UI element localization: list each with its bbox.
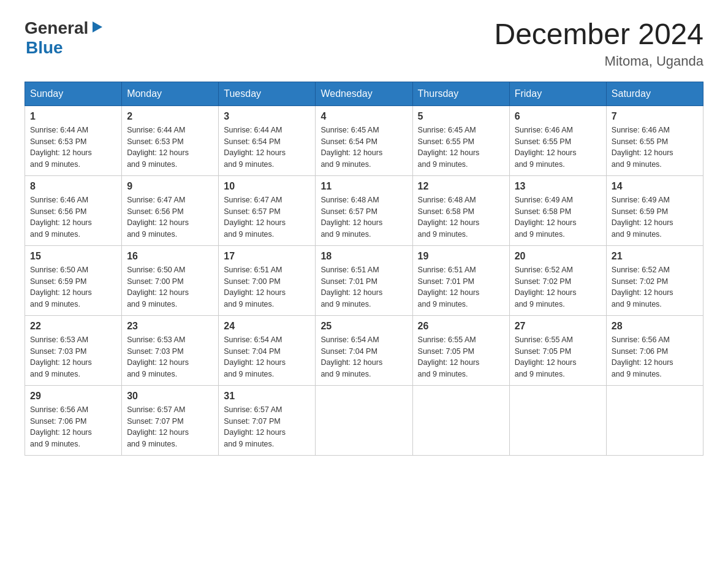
logo-arrow-icon bbox=[90, 20, 104, 36]
calendar-cell bbox=[412, 385, 509, 455]
day-info: Sunrise: 6:52 AM Sunset: 7:02 PM Dayligh… bbox=[612, 266, 673, 308]
calendar-cell: 12 Sunrise: 6:48 AM Sunset: 6:58 PM Dayl… bbox=[412, 175, 509, 245]
svg-marker-0 bbox=[93, 21, 102, 33]
day-number: 11 bbox=[320, 181, 407, 192]
calendar-cell: 29 Sunrise: 6:56 AM Sunset: 7:06 PM Dayl… bbox=[25, 385, 122, 455]
day-info: Sunrise: 6:51 AM Sunset: 7:01 PM Dayligh… bbox=[320, 266, 382, 308]
day-info: Sunrise: 6:56 AM Sunset: 7:06 PM Dayligh… bbox=[612, 335, 673, 378]
day-info: Sunrise: 6:53 AM Sunset: 7:03 PM Dayligh… bbox=[30, 335, 92, 378]
calendar-cell: 30 Sunrise: 6:57 AM Sunset: 7:07 PM Dayl… bbox=[122, 385, 219, 455]
calendar-cell: 28 Sunrise: 6:56 AM Sunset: 7:06 PM Dayl… bbox=[606, 315, 703, 385]
day-header-saturday: Saturday bbox=[606, 82, 703, 105]
title-block: December 2024 Mitoma, Uganda bbox=[494, 18, 703, 69]
day-number: 5 bbox=[418, 111, 504, 122]
day-info: Sunrise: 6:54 AM Sunset: 7:04 PM Dayligh… bbox=[224, 335, 286, 378]
day-info: Sunrise: 6:49 AM Sunset: 6:59 PM Dayligh… bbox=[612, 196, 673, 239]
day-info: Sunrise: 6:50 AM Sunset: 6:59 PM Dayligh… bbox=[30, 266, 92, 308]
calendar-cell: 19 Sunrise: 6:51 AM Sunset: 7:01 PM Dayl… bbox=[412, 245, 509, 315]
day-info: Sunrise: 6:57 AM Sunset: 7:07 PM Dayligh… bbox=[127, 405, 189, 448]
day-number: 12 bbox=[418, 181, 504, 192]
calendar-cell: 18 Sunrise: 6:51 AM Sunset: 7:01 PM Dayl… bbox=[316, 245, 412, 315]
day-info: Sunrise: 6:44 AM Sunset: 6:54 PM Dayligh… bbox=[224, 126, 286, 169]
day-number: 8 bbox=[30, 181, 116, 192]
day-number: 28 bbox=[612, 321, 698, 332]
calendar-cell: 10 Sunrise: 6:47 AM Sunset: 6:57 PM Dayl… bbox=[219, 175, 316, 245]
day-number: 7 bbox=[612, 111, 698, 122]
day-info: Sunrise: 6:53 AM Sunset: 7:03 PM Dayligh… bbox=[127, 335, 189, 378]
day-info: Sunrise: 6:44 AM Sunset: 6:53 PM Dayligh… bbox=[30, 126, 92, 169]
day-info: Sunrise: 6:55 AM Sunset: 7:05 PM Dayligh… bbox=[515, 335, 577, 378]
day-number: 21 bbox=[612, 251, 698, 262]
calendar-cell: 9 Sunrise: 6:47 AM Sunset: 6:56 PM Dayli… bbox=[122, 175, 219, 245]
month-title: December 2024 bbox=[494, 18, 703, 51]
calendar-cell bbox=[509, 385, 606, 455]
day-number: 29 bbox=[30, 391, 116, 402]
day-info: Sunrise: 6:46 AM Sunset: 6:55 PM Dayligh… bbox=[612, 126, 673, 169]
day-number: 10 bbox=[224, 181, 310, 192]
day-number: 14 bbox=[612, 181, 698, 192]
week-row-5: 29 Sunrise: 6:56 AM Sunset: 7:06 PM Dayl… bbox=[25, 385, 703, 455]
day-info: Sunrise: 6:57 AM Sunset: 7:07 PM Dayligh… bbox=[224, 405, 286, 448]
calendar-cell: 4 Sunrise: 6:45 AM Sunset: 6:54 PM Dayli… bbox=[316, 105, 412, 175]
calendar-cell: 2 Sunrise: 6:44 AM Sunset: 6:53 PM Dayli… bbox=[122, 105, 219, 175]
calendar-cell: 13 Sunrise: 6:49 AM Sunset: 6:58 PM Dayl… bbox=[509, 175, 606, 245]
calendar-cell: 22 Sunrise: 6:53 AM Sunset: 7:03 PM Dayl… bbox=[25, 315, 122, 385]
calendar-cell: 14 Sunrise: 6:49 AM Sunset: 6:59 PM Dayl… bbox=[606, 175, 703, 245]
day-info: Sunrise: 6:45 AM Sunset: 6:55 PM Dayligh… bbox=[418, 126, 480, 169]
day-header-sunday: Sunday bbox=[25, 82, 122, 105]
calendar-cell: 15 Sunrise: 6:50 AM Sunset: 6:59 PM Dayl… bbox=[25, 245, 122, 315]
logo-general-text: General bbox=[25, 18, 88, 38]
calendar-cell: 31 Sunrise: 6:57 AM Sunset: 7:07 PM Dayl… bbox=[219, 385, 316, 455]
day-number: 27 bbox=[515, 321, 601, 332]
day-number: 23 bbox=[127, 321, 213, 332]
day-number: 16 bbox=[127, 251, 213, 262]
day-number: 6 bbox=[515, 111, 601, 122]
day-number: 13 bbox=[515, 181, 601, 192]
calendar-cell bbox=[316, 385, 412, 455]
day-info: Sunrise: 6:46 AM Sunset: 6:55 PM Dayligh… bbox=[515, 126, 577, 169]
week-row-2: 8 Sunrise: 6:46 AM Sunset: 6:56 PM Dayli… bbox=[25, 175, 703, 245]
calendar-cell: 16 Sunrise: 6:50 AM Sunset: 7:00 PM Dayl… bbox=[122, 245, 219, 315]
day-number: 26 bbox=[418, 321, 504, 332]
day-header-tuesday: Tuesday bbox=[219, 82, 316, 105]
day-header-monday: Monday bbox=[122, 82, 219, 105]
day-header-thursday: Thursday bbox=[412, 82, 509, 105]
day-info: Sunrise: 6:55 AM Sunset: 7:05 PM Dayligh… bbox=[418, 335, 480, 378]
calendar-cell: 20 Sunrise: 6:52 AM Sunset: 7:02 PM Dayl… bbox=[509, 245, 606, 315]
day-number: 22 bbox=[30, 321, 116, 332]
day-info: Sunrise: 6:56 AM Sunset: 7:06 PM Dayligh… bbox=[30, 405, 92, 448]
day-number: 18 bbox=[320, 251, 407, 262]
day-info: Sunrise: 6:51 AM Sunset: 7:00 PM Dayligh… bbox=[224, 266, 286, 308]
day-number: 24 bbox=[224, 321, 310, 332]
calendar-cell: 5 Sunrise: 6:45 AM Sunset: 6:55 PM Dayli… bbox=[412, 105, 509, 175]
calendar-cell: 26 Sunrise: 6:55 AM Sunset: 7:05 PM Dayl… bbox=[412, 315, 509, 385]
page-header: General Blue December 2024 Mitoma, Ugand… bbox=[25, 18, 703, 69]
day-info: Sunrise: 6:54 AM Sunset: 7:04 PM Dayligh… bbox=[320, 335, 382, 378]
day-info: Sunrise: 6:45 AM Sunset: 6:54 PM Dayligh… bbox=[320, 126, 382, 169]
calendar-cell: 27 Sunrise: 6:55 AM Sunset: 7:05 PM Dayl… bbox=[509, 315, 606, 385]
day-number: 17 bbox=[224, 251, 310, 262]
day-number: 30 bbox=[127, 391, 213, 402]
calendar-cell: 7 Sunrise: 6:46 AM Sunset: 6:55 PM Dayli… bbox=[606, 105, 703, 175]
week-row-4: 22 Sunrise: 6:53 AM Sunset: 7:03 PM Dayl… bbox=[25, 315, 703, 385]
calendar-cell: 17 Sunrise: 6:51 AM Sunset: 7:00 PM Dayl… bbox=[219, 245, 316, 315]
day-info: Sunrise: 6:48 AM Sunset: 6:57 PM Dayligh… bbox=[320, 196, 382, 239]
week-row-3: 15 Sunrise: 6:50 AM Sunset: 6:59 PM Dayl… bbox=[25, 245, 703, 315]
day-header-friday: Friday bbox=[509, 82, 606, 105]
logo-blue-text: Blue bbox=[26, 38, 63, 57]
calendar-cell: 25 Sunrise: 6:54 AM Sunset: 7:04 PM Dayl… bbox=[316, 315, 412, 385]
day-info: Sunrise: 6:50 AM Sunset: 7:00 PM Dayligh… bbox=[127, 266, 189, 308]
day-number: 25 bbox=[320, 321, 407, 332]
day-info: Sunrise: 6:48 AM Sunset: 6:58 PM Dayligh… bbox=[418, 196, 480, 239]
calendar-cell: 1 Sunrise: 6:44 AM Sunset: 6:53 PM Dayli… bbox=[25, 105, 122, 175]
day-number: 31 bbox=[224, 391, 310, 402]
week-row-1: 1 Sunrise: 6:44 AM Sunset: 6:53 PM Dayli… bbox=[25, 105, 703, 175]
day-info: Sunrise: 6:47 AM Sunset: 6:56 PM Dayligh… bbox=[127, 196, 189, 239]
calendar-cell: 23 Sunrise: 6:53 AM Sunset: 7:03 PM Dayl… bbox=[122, 315, 219, 385]
day-number: 15 bbox=[30, 251, 116, 262]
logo: General Blue bbox=[25, 18, 104, 58]
location-subtitle: Mitoma, Uganda bbox=[494, 53, 703, 69]
day-number: 9 bbox=[127, 181, 213, 192]
calendar-cell: 3 Sunrise: 6:44 AM Sunset: 6:54 PM Dayli… bbox=[219, 105, 316, 175]
calendar-header-row: SundayMondayTuesdayWednesdayThursdayFrid… bbox=[25, 82, 703, 105]
